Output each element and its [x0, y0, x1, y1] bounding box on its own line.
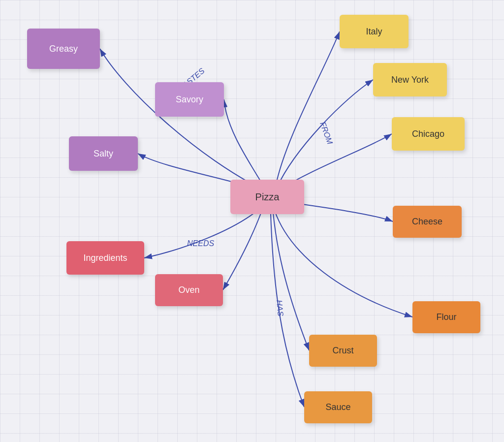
pizza-label: Pizza [255, 191, 280, 203]
sauce-label: Sauce [325, 402, 350, 412]
pizza-node[interactable]: Pizza [230, 180, 304, 214]
savory-label: Savory [176, 95, 203, 105]
oven-label: Oven [178, 285, 199, 295]
chicago-label: Chicago [412, 129, 444, 139]
newyork-node[interactable]: New York [373, 63, 447, 96]
ingredients-label: Ingredients [83, 253, 127, 263]
cheese-node[interactable]: Cheese [393, 206, 462, 238]
ingredients-node[interactable]: Ingredients [66, 241, 144, 275]
oven-node[interactable]: Oven [155, 274, 223, 306]
crust-node[interactable]: Crust [309, 335, 377, 367]
flour-label: Flour [436, 312, 456, 322]
chicago-node[interactable]: Chicago [392, 117, 465, 151]
svg-text:FROM: FROM [318, 121, 334, 146]
greasy-label: Greasy [49, 44, 78, 54]
svg-text:HAS: HAS [275, 300, 285, 317]
salty-label: Salty [94, 149, 113, 159]
sauce-node[interactable]: Sauce [304, 391, 372, 423]
salty-node[interactable]: Salty [69, 136, 138, 171]
svg-text:NEEDS: NEEDS [187, 239, 214, 248]
greasy-node[interactable]: Greasy [27, 29, 100, 69]
newyork-label: New York [391, 75, 429, 85]
italy-label: Italy [366, 27, 382, 37]
savory-node[interactable]: Savory [155, 82, 224, 117]
flour-node[interactable]: Flour [412, 301, 480, 333]
italy-node[interactable]: Italy [340, 15, 409, 48]
crust-label: Crust [332, 346, 353, 356]
cheese-label: Cheese [412, 217, 442, 227]
